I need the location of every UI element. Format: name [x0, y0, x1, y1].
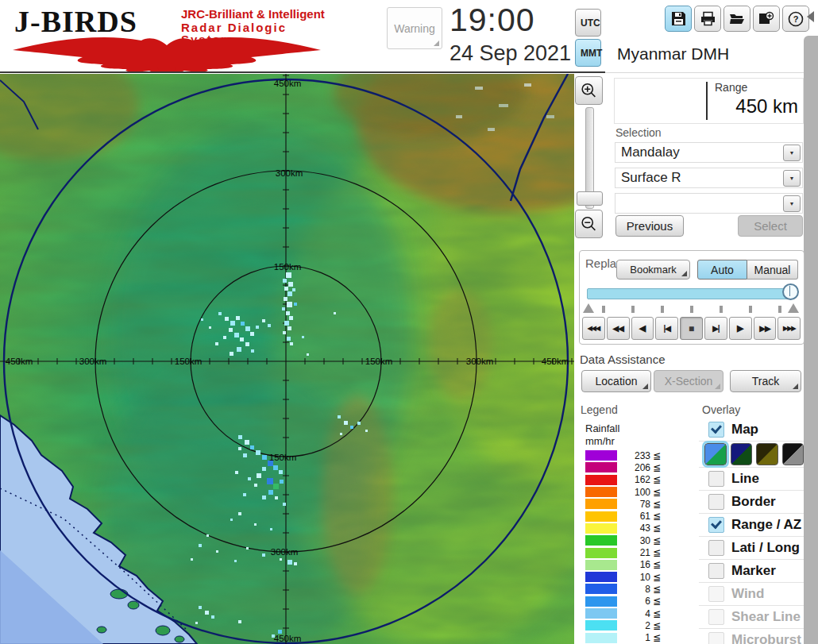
panel-divider: [605, 72, 804, 73]
rain-echo-cell: [240, 337, 244, 341]
rain-echo-cell: [236, 316, 240, 320]
timezone-utc-button[interactable]: UTC: [575, 9, 601, 37]
checkbox-border[interactable]: [708, 494, 724, 510]
reverse-play-button[interactable]: ◀: [631, 317, 654, 340]
warning-label: Warning: [394, 22, 435, 35]
legend-row: 2≦: [585, 619, 661, 631]
overlay-row-marker: Marker: [699, 559, 804, 582]
rain-echo-cell: [218, 312, 222, 315]
rain-echo-cell: [256, 450, 260, 455]
replay-auto-button[interactable]: Auto: [697, 260, 747, 280]
print-button[interactable]: [694, 6, 721, 32]
chevron-down-icon[interactable]: ▼: [783, 170, 801, 187]
fast-rewind-3x-button[interactable]: ◀◀◀: [582, 317, 605, 340]
fast-forward-3x-button[interactable]: ▶▶▶: [777, 317, 801, 340]
rain-echo-cell: [205, 611, 209, 615]
jbirds-application-window: J-BIRDS JRC-Brilliant & Intelligent Rada…: [0, 0, 818, 644]
less-than-equal-symbol: ≦: [653, 511, 661, 522]
previous-button[interactable]: Previous: [615, 215, 684, 237]
legend-row: 16≦: [585, 559, 661, 571]
legend-row: 21≦: [585, 546, 661, 558]
overlay-option-label: Lati / Long: [731, 540, 800, 556]
zoom-in-button[interactable]: [575, 76, 603, 105]
track-button[interactable]: Track: [730, 370, 801, 392]
help-button[interactable]: ?: [782, 6, 809, 32]
warning-button[interactable]: Warning: [387, 7, 442, 49]
rain-echo-cell: [191, 558, 193, 561]
legend-color-swatch: [585, 487, 617, 497]
step-forward-button[interactable]: ▶|: [704, 317, 727, 340]
chevron-down-icon[interactable]: ▼: [783, 145, 801, 161]
checkbox-map[interactable]: [708, 422, 724, 438]
step-back-button[interactable]: |◀: [655, 317, 678, 340]
overlay-option-label: Marker: [731, 563, 776, 579]
rain-echo-cell: [238, 620, 241, 623]
range-ring-label: 150km: [175, 357, 203, 366]
overlay-row-border: Border: [699, 490, 804, 513]
rain-echo-cell: [262, 319, 265, 322]
select-button[interactable]: Select: [738, 215, 803, 237]
replay-manual-button[interactable]: Manual: [747, 260, 798, 280]
rain-echo-cell: [294, 303, 297, 306]
fast-rewind-button[interactable]: ◀◀: [607, 317, 630, 340]
checkbox-range-az[interactable]: [708, 517, 724, 533]
rain-echo-cell: [280, 480, 284, 484]
overlay-options: MapLineBorderRange / AZLati / LongMarker…: [699, 418, 804, 644]
rain-echo-cell: [209, 326, 211, 329]
legend-row: 100≦: [585, 486, 661, 498]
location-button[interactable]: Location: [581, 370, 651, 392]
rain-echo-cell: [199, 544, 202, 547]
open-folder-button[interactable]: [723, 6, 750, 32]
rain-echo-cell: [229, 328, 233, 332]
rain-echo-cell: [257, 473, 261, 478]
checkbox-marker[interactable]: [708, 563, 724, 579]
chevron-down-icon[interactable]: ▼: [783, 195, 801, 212]
rain-echo-cell: [230, 352, 233, 356]
rain-echo-cell: [262, 455, 267, 460]
less-than-equal-symbol: ≦: [653, 450, 661, 461]
rain-echo-cell: [282, 307, 285, 310]
checkbox-line[interactable]: [708, 471, 724, 487]
selection-dropdown-1[interactable]: Surface R▼: [615, 168, 803, 188]
replay-slider-handle[interactable]: [782, 283, 799, 300]
replay-slider-track[interactable]: [587, 288, 793, 299]
map-style-option-4[interactable]: [782, 443, 804, 465]
zoom-slider-handle[interactable]: [577, 191, 603, 206]
collapse-arrow-icon[interactable]: [807, 11, 814, 22]
map-style-option-2[interactable]: [731, 443, 753, 465]
slider-tick: [602, 306, 605, 313]
legend-color-swatch: [585, 523, 617, 534]
timezone-mmt-button[interactable]: MMT: [575, 39, 601, 67]
legend-color-swatch: [585, 535, 617, 546]
bookmark-button[interactable]: Bookmark: [616, 260, 690, 280]
map-style-option-1[interactable]: [704, 443, 727, 465]
rain-echo-cell: [246, 547, 249, 550]
zoom-out-button[interactable]: [575, 210, 603, 238]
legend-threshold-value: 206: [617, 462, 650, 473]
legend-color-swatch: [585, 584, 617, 594]
export-image-button[interactable]: [753, 6, 780, 32]
fast-forward-button[interactable]: ▶▶: [754, 317, 777, 340]
less-than-equal-symbol: ≦: [653, 596, 661, 607]
rain-echo-cell: [283, 331, 286, 334]
print-icon: [700, 11, 716, 26]
save-button[interactable]: [665, 6, 692, 32]
rain-echo-cell: [284, 297, 287, 301]
radar-map-display[interactable]: 450km300km150km150km300km450km450km300km…: [0, 74, 574, 644]
rain-echo-cell: [287, 302, 292, 307]
range-ring-label: 450km: [274, 79, 302, 88]
rain-echo-cell: [270, 528, 272, 530]
x-section-button[interactable]: X-Section: [654, 370, 723, 392]
panel-collapse-strip[interactable]: [804, 36, 818, 644]
slider-tick: [690, 306, 693, 313]
data-assistance-label: Data Assistance: [580, 353, 666, 366]
play-button[interactable]: ▶: [729, 317, 752, 340]
map-style-option-3[interactable]: [756, 443, 778, 465]
checkbox-lati-long[interactable]: [708, 540, 724, 556]
selection-dropdown-2[interactable]: ▼: [615, 193, 803, 214]
selection-dropdown-0[interactable]: Mandalay▼: [615, 142, 803, 163]
rain-echo-cell: [248, 477, 251, 480]
stop-button[interactable]: ■: [680, 317, 703, 340]
rain-echo-cell: [287, 337, 291, 341]
slider-end-marker: [788, 303, 799, 313]
